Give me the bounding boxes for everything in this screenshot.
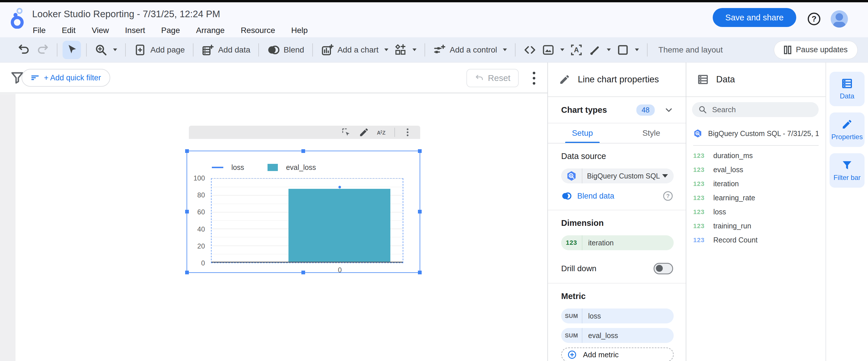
add-quick-filter-button[interactable]: + Add quick filter [22, 69, 110, 87]
chevron-down-icon [560, 48, 564, 51]
add-chart-icon [321, 44, 334, 56]
data-source-selector[interactable]: BigQuery Custom SQL - 7/31... [561, 168, 674, 184]
chart-floating-toolbar: A Z [189, 126, 420, 139]
menu-help[interactable]: Help [291, 26, 308, 35]
select-tool-button[interactable] [63, 41, 81, 59]
add-data-button[interactable]: Add data [198, 41, 253, 59]
blend-data-link[interactable]: Blend data [577, 192, 614, 201]
resize-handle[interactable] [185, 271, 189, 274]
field-type-badge: 123 [693, 180, 706, 188]
chart-types-row[interactable]: Chart types 48 [548, 97, 686, 123]
filter-bar-more-button[interactable] [529, 69, 539, 87]
field-row[interactable]: 123 training_run [686, 219, 826, 233]
report-title[interactable]: Looker Studio Reporting - 7/31/25, 12:24… [32, 9, 220, 20]
add-chart-button[interactable]: Add a chart [318, 41, 391, 59]
chevron-down-icon [503, 48, 507, 51]
rail-data-label: Data [840, 92, 855, 100]
rail-filter-bar-button[interactable]: Filter bar [830, 153, 865, 188]
add-page-button[interactable]: Add page [131, 41, 188, 59]
help-question-icon[interactable]: ? [663, 191, 673, 201]
resize-handle[interactable] [418, 210, 422, 214]
pencil-icon [559, 74, 570, 85]
menu-arrange[interactable]: Arrange [196, 26, 225, 35]
add-control-button[interactable]: Add a control [430, 41, 510, 59]
menu-resource[interactable]: Resource [241, 26, 275, 35]
data-source-heading: Data source [561, 152, 673, 161]
insert-text-button[interactable]: A [567, 41, 586, 59]
dimension-chip[interactable]: 123 iteration [561, 235, 674, 250]
dimension-heading: Dimension [561, 218, 673, 228]
chevron-down-icon [412, 48, 416, 51]
help-icon[interactable]: ? [808, 12, 820, 25]
plot-area[interactable] [211, 178, 403, 263]
properties-tabs: Setup Style [548, 123, 686, 143]
resize-handle[interactable] [185, 149, 189, 153]
loss-data-point[interactable] [338, 186, 341, 189]
resize-handle[interactable] [418, 149, 422, 153]
undo-button[interactable] [15, 41, 33, 59]
field-name: Record Count [713, 236, 757, 244]
chart-toolbar-separator [394, 128, 395, 137]
chevron-down-icon[interactable] [664, 106, 673, 114]
menu-view[interactable]: View [92, 26, 109, 35]
chevron-down-icon [607, 48, 611, 51]
field-row[interactable]: 123 learning_rate [686, 191, 826, 205]
toolbar-separator [647, 43, 648, 57]
pause-updates-button[interactable]: Pause updates [774, 41, 858, 59]
eval-loss-bar[interactable] [288, 189, 391, 263]
metric-chip-loss[interactable]: SUM loss [561, 308, 674, 323]
gridline [212, 178, 403, 179]
looker-logo-icon[interactable] [9, 7, 27, 29]
field-row[interactable]: 123 duration_ms [686, 149, 826, 163]
insert-shape-button[interactable] [614, 41, 642, 59]
tab-style[interactable]: Style [617, 123, 686, 143]
redo-button[interactable] [33, 41, 52, 59]
search-input[interactable] [712, 105, 812, 114]
menu-insert[interactable]: Insert [125, 26, 145, 35]
save-and-share-button[interactable]: Save and share [713, 8, 796, 27]
cursor-icon [65, 44, 78, 56]
search-icon [699, 105, 707, 114]
reset-button[interactable]: Reset [466, 69, 519, 87]
data-source-section: Data source BigQuery Custom SQL - 7/31..… [548, 143, 686, 210]
tab-setup[interactable]: Setup [548, 123, 617, 143]
edit-pencil-icon[interactable] [359, 127, 369, 137]
resize-handle[interactable] [301, 271, 305, 274]
resize-handle[interactable] [418, 271, 422, 274]
metric-agg-badge: SUM [561, 328, 582, 343]
legend-box-swatch-eval-loss [268, 164, 278, 171]
toolbar-separator [193, 43, 193, 57]
add-metric-button[interactable]: Add metric [561, 348, 674, 361]
select-mode-icon[interactable] [341, 127, 351, 137]
field-row[interactable]: 123 eval_loss [686, 163, 826, 177]
field-search[interactable] [692, 102, 818, 117]
insert-line-button[interactable] [586, 41, 614, 59]
menu-page[interactable]: Page [161, 26, 180, 35]
chart-selection-frame[interactable]: loss eval_loss 100806040200 0 [187, 151, 420, 273]
theme-and-layout-button[interactable]: Theme and layout [658, 45, 723, 55]
embed-url-button[interactable] [521, 41, 539, 59]
report-canvas[interactable]: A Z loss eval_loss [0, 94, 547, 361]
field-row[interactable]: 123 loss [686, 205, 826, 219]
menu-edit[interactable]: Edit [62, 26, 75, 35]
sort-az-icon[interactable]: A Z [377, 127, 387, 137]
metric-chip-eval-loss[interactable]: SUM eval_loss [561, 328, 674, 343]
community-visualizations-button[interactable] [391, 41, 420, 59]
rail-properties-button[interactable]: Properties [830, 112, 865, 147]
chart-more-kebab-icon[interactable] [402, 127, 413, 137]
zoom-tool-button[interactable] [92, 41, 120, 59]
field-row[interactable]: 123 iteration [686, 177, 826, 191]
resize-handle[interactable] [301, 149, 305, 153]
field-row[interactable]: 123 Record Count [686, 233, 826, 247]
image-icon [542, 44, 555, 56]
rail-data-button[interactable]: Data [830, 72, 865, 106]
avatar[interactable] [831, 10, 848, 28]
data-panel: Data BigQuery Custom SQL - 7/31/25, 12:2… [686, 63, 826, 361]
insert-image-button[interactable] [539, 41, 567, 59]
add-page-label: Add page [150, 45, 185, 55]
drill-down-toggle[interactable] [654, 263, 673, 274]
data-panel-title: Data [716, 74, 735, 85]
data-source-row[interactable]: BigQuery Custom SQL - 7/31/25, 12:24... [693, 128, 818, 146]
menu-file[interactable]: File [33, 26, 45, 35]
blend-button[interactable]: Blend [264, 41, 307, 59]
